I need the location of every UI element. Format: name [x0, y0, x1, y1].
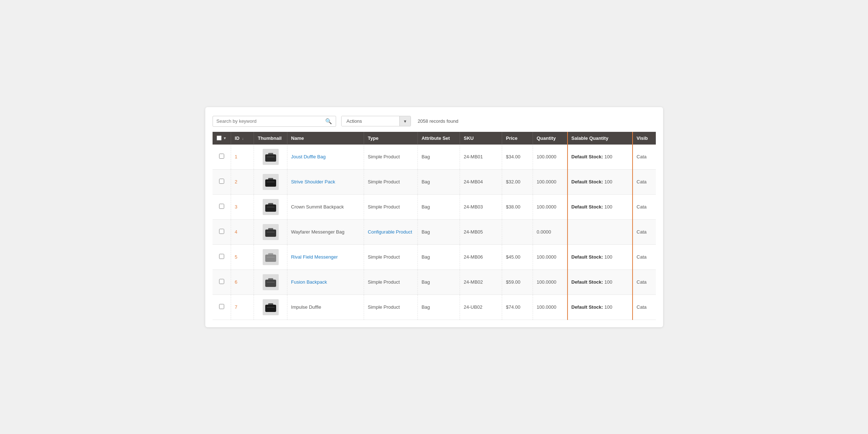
salable-stock-label: Default Stock:	[572, 179, 603, 184]
row-sku: 24-MB05	[460, 219, 502, 244]
th-attribute-set: Attribute Set	[418, 132, 460, 145]
row-thumbnail	[254, 194, 287, 219]
row-type: Simple Product	[364, 244, 418, 269]
actions-label: Actions	[342, 116, 400, 126]
row-checkbox[interactable]	[219, 204, 224, 209]
row-visibility: Cata	[633, 194, 655, 219]
th-sku: SKU	[460, 132, 502, 145]
row-thumbnail	[254, 269, 287, 295]
row-name: Wayfarer Messenger Bag	[287, 219, 364, 244]
row-quantity: 100.0000	[533, 145, 567, 170]
row-id: 4	[231, 219, 254, 244]
table-row: 7 Impulse DuffleSimple ProductBag24-UB02…	[213, 295, 656, 320]
row-attribute-set: Bag	[418, 219, 460, 244]
salable-stock-value: 100	[603, 279, 612, 285]
row-checkbox-cell	[213, 169, 231, 194]
row-type: Configurable Product	[364, 219, 418, 244]
svg-rect-14	[267, 257, 275, 257]
product-image	[263, 199, 279, 215]
records-found: 2058 records found	[417, 118, 458, 124]
chevron-down-icon[interactable]: ▼	[223, 136, 227, 140]
row-salable-quantity: Default Stock: 100	[568, 244, 633, 269]
row-checkbox[interactable]	[219, 304, 224, 309]
svg-rect-15	[265, 280, 276, 287]
search-icon[interactable]: 🔍	[325, 118, 332, 125]
row-type: Simple Product	[364, 269, 418, 295]
product-name-link[interactable]: Strive Shoulder Pack	[291, 179, 335, 184]
th-salable-quantity: Salable Quantity	[568, 132, 633, 145]
row-checkbox[interactable]	[219, 254, 224, 259]
row-name: Rival Field Messenger	[287, 244, 364, 269]
row-checkbox[interactable]	[219, 279, 224, 284]
salable-stock-value: 100	[603, 154, 612, 159]
row-attribute-set: Bag	[418, 169, 460, 194]
svg-rect-17	[267, 282, 275, 283]
row-price: $59.00	[502, 269, 533, 295]
th-quantity: Quantity	[533, 132, 567, 145]
row-thumbnail	[254, 244, 287, 269]
row-id: 2	[231, 169, 254, 194]
row-price	[502, 219, 533, 244]
svg-rect-3	[265, 179, 276, 187]
row-quantity: 100.0000	[533, 244, 567, 269]
search-input[interactable]	[217, 118, 325, 124]
svg-rect-7	[268, 203, 273, 205]
product-image	[263, 274, 279, 290]
row-name: Fusion Backpack	[287, 269, 364, 295]
table-row: 6 Fusion BackpackSimple ProductBag24-MB0…	[213, 269, 656, 295]
svg-rect-12	[265, 255, 276, 262]
product-image	[263, 249, 279, 265]
svg-rect-8	[267, 207, 275, 207]
row-quantity: 100.0000	[533, 295, 567, 320]
salable-stock-value: 100	[603, 204, 612, 210]
row-attribute-set: Bag	[418, 269, 460, 295]
svg-rect-4	[268, 178, 273, 180]
salable-stock-label: Default Stock:	[572, 254, 603, 260]
actions-chevron-icon[interactable]: ▼	[400, 116, 411, 126]
svg-rect-16	[268, 278, 273, 280]
row-salable-quantity: Default Stock: 100	[568, 145, 633, 170]
row-thumbnail	[254, 295, 287, 320]
row-visibility: Cata	[633, 295, 655, 320]
product-image	[263, 224, 279, 240]
row-thumbnail	[254, 145, 287, 170]
main-container: 🔍 Actions ▼ 2058 records found ▼ ID ↓	[205, 107, 663, 327]
row-sku: 24-UB02	[460, 295, 502, 320]
table-body: 1 Joust Duffle BagSimple ProductBag24-MB…	[213, 145, 656, 320]
row-sku: 24-MB01	[460, 145, 502, 170]
product-name-link[interactable]: Rival Field Messenger	[291, 254, 338, 260]
row-sku: 24-MB06	[460, 244, 502, 269]
row-quantity: 100.0000	[533, 169, 567, 194]
row-checkbox[interactable]	[219, 179, 224, 184]
row-id: 7	[231, 295, 254, 320]
row-checkbox-cell	[213, 244, 231, 269]
search-wrapper: 🔍	[213, 116, 336, 127]
product-name-link[interactable]: Fusion Backpack	[291, 279, 327, 285]
row-name: Crown Summit Backpack	[287, 194, 364, 219]
row-salable-quantity: Default Stock: 100	[568, 269, 633, 295]
table-row: 5 Rival Field MessengerSimple ProductBag…	[213, 244, 656, 269]
th-price: Price	[502, 132, 533, 145]
table-row: 1 Joust Duffle BagSimple ProductBag24-MB…	[213, 145, 656, 170]
row-quantity: 0.0000	[533, 219, 567, 244]
row-checkbox-cell	[213, 194, 231, 219]
sort-icon[interactable]: ↓	[242, 137, 244, 141]
product-image	[263, 174, 279, 190]
product-name-link[interactable]: Joust Duffle Bag	[291, 154, 326, 159]
row-type: Simple Product	[364, 169, 418, 194]
row-thumbnail	[254, 219, 287, 244]
salable-stock-label: Default Stock:	[572, 279, 603, 285]
th-visibility: Visib	[633, 132, 655, 145]
product-type-link[interactable]: Configurable Product	[368, 229, 412, 235]
row-salable-quantity	[568, 219, 633, 244]
select-all-checkbox[interactable]	[217, 135, 222, 141]
row-type: Simple Product	[364, 295, 418, 320]
svg-rect-18	[265, 305, 276, 312]
salable-stock-label: Default Stock:	[572, 304, 603, 310]
salable-stock-value: 100	[603, 304, 612, 310]
products-table: ▼ ID ↓ Thumbnail Name Type Attribute Set…	[213, 132, 656, 320]
table-row: 4 Wayfarer Messenger BagConfigurable Pro…	[213, 219, 656, 244]
row-checkbox[interactable]	[219, 154, 224, 159]
row-checkbox[interactable]	[219, 229, 224, 234]
actions-dropdown: Actions ▼	[341, 116, 411, 126]
